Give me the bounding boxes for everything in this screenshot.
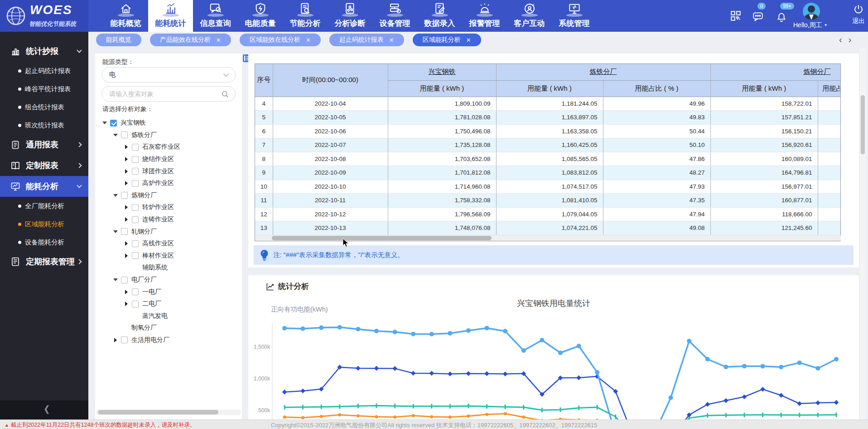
tab-2[interactable]: 产品能效在线分析✕ <box>150 34 231 46</box>
scrollbar-thumb[interactable] <box>98 410 218 414</box>
bell-icon[interactable] <box>776 11 787 23</box>
sidebar-item-1-1[interactable]: 起止码统计报表 <box>0 62 88 80</box>
checkbox-unchecked[interactable] <box>121 277 128 283</box>
tab-scroll-chevrons[interactable]: ‹› <box>839 34 862 45</box>
expander-right-icon[interactable] <box>124 145 129 149</box>
tree-horizontal-scrollbar[interactable] <box>96 410 241 415</box>
qr-code-icon[interactable] <box>730 10 742 22</box>
tree-node[interactable]: 高线作业区 <box>95 238 242 250</box>
close-icon[interactable]: ✕ <box>389 37 394 44</box>
checkbox-checked[interactable] <box>110 120 117 127</box>
tree-node[interactable]: 一电厂 <box>95 286 242 298</box>
group-header-link[interactable]: 兴宝钢铁 <box>429 68 456 75</box>
tree-node[interactable]: 兴宝钢铁 <box>95 117 242 129</box>
scrollbar-thumb[interactable] <box>272 236 492 240</box>
tree-node[interactable]: 轧钢分厂 <box>95 225 242 238</box>
tree-node[interactable]: 蒸汽发电 <box>95 310 242 322</box>
close-icon[interactable]: ✕ <box>306 37 311 44</box>
sidebar-group-4[interactable]: 能耗分析 <box>0 176 88 197</box>
checkbox-unchecked[interactable] <box>132 240 139 247</box>
sidebar-item-1-4[interactable]: 班次统计报表 <box>0 116 88 134</box>
checkbox-unchecked[interactable] <box>121 192 128 199</box>
sidebar-item-1-2[interactable]: 峰谷平统计报表 <box>0 80 88 98</box>
tree-node[interactable]: 烧结作业区 <box>95 153 242 166</box>
expander-right-icon[interactable] <box>124 290 129 294</box>
page-vertical-scrollbar[interactable] <box>860 48 866 419</box>
expander-right-icon[interactable] <box>124 253 129 258</box>
expander-down-icon[interactable] <box>113 194 118 197</box>
nav-item-5[interactable]: 节能分析 <box>283 0 328 32</box>
checkbox-unchecked[interactable] <box>132 301 139 307</box>
checkbox-unchecked[interactable] <box>121 132 128 138</box>
checkbox-unchecked[interactable] <box>132 204 139 211</box>
search-icon[interactable] <box>221 90 230 99</box>
nav-item-11[interactable]: 系统管理 <box>552 0 597 32</box>
expander-right-icon[interactable] <box>124 181 129 185</box>
sidebar-item-4-3[interactable]: 设备能耗分析 <box>0 233 88 251</box>
expander-right-icon[interactable] <box>113 338 118 342</box>
tree-node[interactable]: 转炉作业区 <box>95 201 242 214</box>
sidebar-item-4-2[interactable]: 区域能耗分析 <box>0 215 88 233</box>
close-icon[interactable]: ✕ <box>216 37 221 44</box>
nav-item-3[interactable]: 信息查询 <box>193 0 238 32</box>
user-greeting[interactable]: Hello,周工 ▼ <box>793 21 828 29</box>
nav-item-9[interactable]: 报警管理 <box>462 0 507 32</box>
group-header-link[interactable]: 炼钢分厂 <box>804 68 831 75</box>
tree-node[interactable]: 二电厂 <box>95 298 242 310</box>
nav-item-1[interactable]: 能耗概览 <box>103 0 148 32</box>
sidebar-group-5[interactable]: 定期报表管理 <box>0 251 88 272</box>
sidebar-group-3[interactable]: 定制报表 <box>0 155 88 176</box>
avatar[interactable] <box>803 3 820 20</box>
tree-node[interactable]: 球团作业区 <box>95 165 242 177</box>
close-icon[interactable]: ✕ <box>466 37 471 44</box>
nav-item-8[interactable]: 数据录入 <box>417 0 462 32</box>
sidebar-item-1-3[interactable]: 组合统计报表 <box>0 98 88 116</box>
expander-down-icon[interactable] <box>113 230 118 233</box>
expander-down-icon[interactable] <box>102 122 107 124</box>
expander-right-icon[interactable] <box>124 169 129 174</box>
sidebar-collapse-button[interactable]: 《 <box>0 400 88 419</box>
checkbox-unchecked[interactable] <box>121 336 128 343</box>
sidebar-group-1[interactable]: 统计抄报 <box>0 41 88 62</box>
sidebar-group-2[interactable]: 通用报表 <box>0 134 88 155</box>
checkbox-unchecked[interactable] <box>121 228 128 235</box>
tree-node[interactable]: 石灰窑作业区 <box>95 141 242 153</box>
nav-item-6[interactable]: 分析诊断 <box>328 0 372 32</box>
tab-1[interactable]: 能耗概览 <box>96 34 141 46</box>
message-icon[interactable] <box>752 11 764 23</box>
tree-node[interactable]: 高炉作业区 <box>95 177 242 190</box>
nav-item-10[interactable]: 客户互动 <box>507 0 552 32</box>
tree-node[interactable]: 炼铁分厂 <box>95 129 242 141</box>
tab-5[interactable]: 区域能耗分析✕ <box>413 34 481 46</box>
group-header-link[interactable]: 炼铁分厂 <box>590 68 617 75</box>
expander-right-icon[interactable] <box>124 217 129 222</box>
checkbox-unchecked[interactable] <box>132 216 139 223</box>
search-input[interactable] <box>109 90 220 98</box>
logout-button[interactable]: 退出 <box>852 4 865 25</box>
expander-down-icon[interactable] <box>113 134 118 136</box>
nav-item-2[interactable]: 能耗统计 <box>148 0 193 32</box>
checkbox-unchecked[interactable] <box>132 168 139 175</box>
energy-type-select[interactable]: 电 <box>101 67 236 83</box>
scrollbar-thumb[interactable] <box>861 95 865 154</box>
tree-node[interactable]: 炼钢分厂 <box>95 190 242 202</box>
checkbox-unchecked[interactable] <box>132 252 139 259</box>
expander-right-icon[interactable] <box>124 205 129 210</box>
expander-down-icon[interactable] <box>113 278 118 281</box>
tab-4[interactable]: 起止码统计报表✕ <box>329 34 404 46</box>
expander-right-icon[interactable] <box>124 302 129 306</box>
tree-node[interactable]: 制氧分厂 <box>95 322 242 334</box>
expander-right-icon[interactable] <box>124 157 129 161</box>
nav-item-7[interactable]: 设备管理 <box>372 0 417 32</box>
checkbox-unchecked[interactable] <box>132 144 139 151</box>
tree-node[interactable]: 连铸作业区 <box>95 214 242 226</box>
expander-right-icon[interactable] <box>124 241 129 246</box>
checkbox-unchecked[interactable] <box>132 288 139 295</box>
tree-node[interactable]: 辅助系统 <box>95 262 242 274</box>
tab-3[interactable]: 区域能效在线分析✕ <box>240 34 321 46</box>
sidebar-item-4-1[interactable]: 全厂能耗分析 <box>0 197 88 215</box>
tree-node[interactable]: 生活用电分厂 <box>95 334 242 346</box>
nav-item-4[interactable]: 电能质量 <box>238 0 283 32</box>
checkbox-unchecked[interactable] <box>132 180 139 187</box>
checkbox-unchecked[interactable] <box>132 156 139 163</box>
